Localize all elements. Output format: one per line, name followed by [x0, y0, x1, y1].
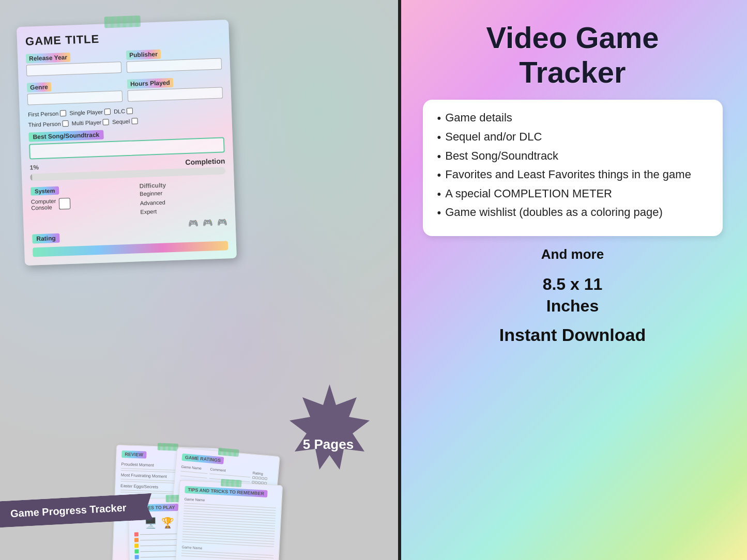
rating-label: Rating	[32, 233, 60, 243]
title-line2: Tracker	[519, 55, 626, 89]
genre-input	[27, 90, 123, 105]
publisher-col: Publisher	[126, 47, 222, 77]
third-person-label: Third Person	[28, 120, 60, 128]
feature-1: Game details	[437, 111, 708, 126]
controller-icon-3: 🎮	[217, 217, 227, 227]
features-card: Game details Sequel and/or DLC Best Song…	[423, 100, 723, 236]
system-options: Computer Console	[31, 198, 56, 211]
review-tape	[158, 443, 178, 450]
badge-shape	[284, 382, 375, 472]
specs-label: 8.5 x 11Inches	[543, 274, 603, 317]
hours-played-input	[127, 87, 223, 101]
game-title-label: GAME TITLE	[25, 28, 221, 49]
trophy-icon: 🏆	[161, 516, 174, 528]
sequel-cb: Sequel	[112, 118, 138, 125]
and-more-label: And more	[541, 246, 604, 262]
ratings-tape	[218, 448, 239, 457]
dlc-box	[127, 108, 133, 114]
divider	[398, 0, 401, 560]
feature-4: Favorites and Least Favorites things in …	[437, 168, 708, 183]
fields-row-1: Release Year Publisher	[26, 47, 222, 81]
first-person-box	[60, 110, 66, 116]
tips-page: TIPS AND TRICKS TO REMEMBER Game Name Ga…	[172, 480, 283, 560]
col-rating: Rating	[252, 471, 273, 476]
system-console: Console	[31, 204, 56, 211]
system-label: System	[31, 186, 59, 196]
right-panel: Video Game Tracker Game details Sequel a…	[398, 0, 747, 560]
controller-icon-2: 🎮	[202, 217, 213, 228]
dlc-cb: DLC	[114, 108, 133, 115]
system-computer: Computer	[31, 198, 56, 205]
system-difficulty-row: System Computer Console Difficulty Begin…	[31, 179, 227, 221]
tracker-card: GAME TITLE Release Year Publisher Genre …	[17, 20, 237, 266]
release-year-input	[26, 61, 122, 76]
publisher-input	[127, 58, 222, 72]
progress-fill	[30, 174, 32, 181]
sequel-label: Sequel	[112, 118, 130, 125]
release-year-label: Release Year	[26, 53, 70, 64]
third-person-cb: Third Person	[28, 120, 68, 128]
specs-text: 8.5 x 11Inches	[543, 275, 603, 315]
system-checkbox	[59, 198, 71, 210]
left-panel: GAME TITLE Release Year Publisher Genre …	[0, 0, 398, 560]
single-player-label: Single Player	[69, 109, 103, 116]
bottom-banner-text: Game Progress Tracker	[10, 502, 127, 519]
badge-pages-label: 5 Pages	[303, 437, 354, 452]
title-line1: Video Game	[486, 21, 659, 54]
tips-lines: Game Name	[181, 503, 276, 560]
genre-label: Genre	[27, 82, 51, 92]
feature-6: Game wishlist (doubles as a coloring pag…	[437, 206, 708, 221]
system-col: System Computer Console	[31, 183, 135, 221]
multi-player-label: Multi Player	[71, 119, 101, 127]
product-title: Video Game Tracker	[486, 21, 659, 89]
hours-played-col: Hours Played	[127, 75, 223, 105]
difficulty-options: Beginner Advanced Expert	[140, 186, 227, 217]
dlc-label: DLC	[114, 108, 125, 115]
tips-title: TIPS AND TRICKS TO REMEMBER	[185, 486, 267, 497]
multi-player-cb: Multi Player	[71, 119, 109, 127]
feature-2: Sequel and/or DLC	[437, 130, 708, 145]
hours-played-label: Hours Played	[127, 78, 173, 89]
best-song-label: Best Song/Soundtrack	[28, 130, 103, 142]
completion-label: Completion	[185, 157, 225, 166]
review-title: REVIEW	[121, 450, 146, 459]
feature-3: Best Song/Soundtrack	[437, 149, 708, 164]
completion-pct: 1%	[29, 164, 39, 172]
tape-decoration	[104, 15, 141, 28]
sequel-box	[131, 118, 138, 124]
release-year-col: Release Year	[26, 50, 122, 80]
controller-icon-1: 🎮	[188, 218, 199, 228]
badge-text: 5 Pages	[287, 437, 370, 453]
checkboxes-row-2: Third Person Multi Player Sequel	[28, 115, 223, 128]
first-person-label: First Person	[28, 111, 59, 118]
publisher-label: Publisher	[126, 50, 161, 60]
genre-col: Genre	[27, 79, 123, 109]
multi-player-box	[103, 119, 109, 125]
features-list: Game details Sequel and/or DLC Best Song…	[437, 111, 708, 221]
single-player-box	[104, 108, 111, 115]
first-person-cb: First Person	[28, 110, 67, 118]
ratings-title: GAME RATINGS	[181, 454, 224, 464]
rating-bar	[33, 241, 228, 257]
feature-5: A special COMPLETION METER	[437, 187, 708, 202]
tips-tape	[221, 479, 242, 487]
fields-row-2: Genre Hours Played	[27, 75, 223, 109]
instant-download-label: Instant Download	[499, 325, 646, 345]
difficulty-col: Difficulty Beginner Advanced Expert	[139, 179, 226, 217]
svg-marker-0	[289, 384, 370, 470]
single-player-cb: Single Player	[69, 108, 111, 116]
third-person-box	[62, 120, 68, 127]
